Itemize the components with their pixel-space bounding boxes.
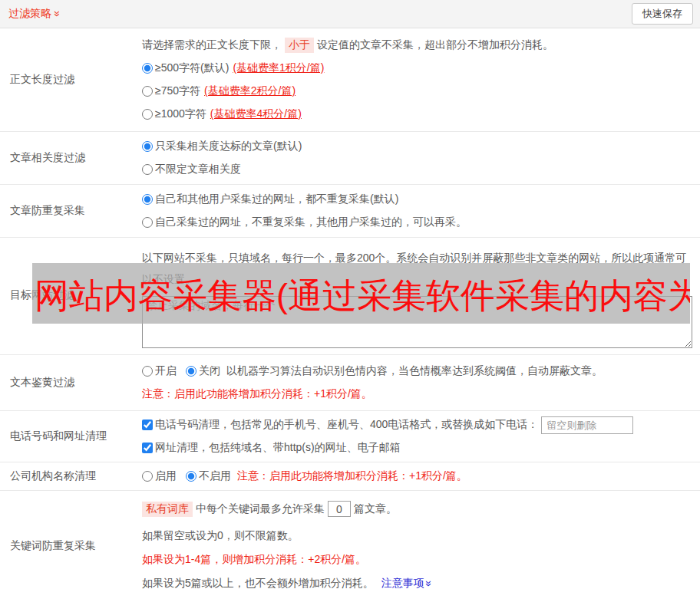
porn-filter-warning: 注意：启用此功能将增加积分消耗：+1积分/篇。: [142, 383, 692, 406]
radio-option-company-on[interactable]: 启用: [142, 469, 177, 483]
radio-option-porn-on[interactable]: 开启: [142, 364, 177, 378]
radio-option-company-off[interactable]: 不启用: [186, 469, 231, 483]
radio-company-off[interactable]: [186, 471, 196, 482]
row-dedupe-collection: 文章防重复采集 自己和其他用户采集过的网址，都不重复采集(默认) 自己采集过的网…: [0, 185, 700, 238]
radio-label-relevance-any: 不限定文章相关度: [155, 163, 241, 176]
phone-replace-input[interactable]: [541, 416, 633, 434]
radio-label-1000: ≥1000字符: [155, 107, 206, 121]
checkbox-option-url-clean[interactable]: 网址清理，包括纯域名、带http(s)的网址、电子邮箱: [142, 441, 401, 455]
company-clean-warning: 注意：启用此功能将增加积分消耗：+1积分/篇。: [237, 469, 467, 483]
page-title[interactable]: 过滤策略 »: [8, 7, 61, 21]
length-option-1000: ≥1000字符 (基础费率4积分/篇): [142, 103, 692, 126]
length-intro-pre: 请选择需求的正文长度下限，: [142, 38, 282, 52]
length-intro-post: 设定值的文章不采集，超出部分不增加积分消耗。: [317, 38, 553, 52]
radio-dedupe-all[interactable]: [142, 194, 153, 205]
phone-clean-label: 电话号码清理，包括常见的手机号、座机号、400电话格式，或替换成如下电话：: [155, 418, 538, 432]
row-keyword-dedupe: 关键词防重复采集 私有词库 中每个关键词最多允许采集 篇文章。 如果留空或设为0…: [0, 491, 700, 589]
porn-filter-desc: 以机器学习算法自动识别色情内容，当色情概率达到系统阈值，自动屏蔽文章。: [226, 364, 603, 378]
radio-label-company-off: 不启用: [199, 469, 231, 483]
radio-label-company-on: 启用: [155, 469, 177, 483]
radio-label-dedupe-self: 自己采集过的网址，不重复采集，其他用户采集过的，可以再采。: [155, 216, 467, 229]
keyword-note-fee: 如果设为1-4篇，则增加积分消耗：+2积分/篇。: [142, 548, 692, 571]
row-content-dedupe-collection: 自己和其他用户采集过的网址，都不重复采集(默认) 自己采集过的网址，不重复采集，…: [142, 188, 700, 234]
length-option-500: ≥500字符(默认) (基础费率1积分/篇): [142, 57, 692, 80]
row-company-clean: 公司机构名称清理 启用 不启用 注意：启用此功能将增加积分消耗：+1积分/篇。: [0, 462, 700, 491]
row-label-length-filter: 正文长度过滤: [0, 34, 142, 126]
radio-dedupe-self[interactable]: [142, 217, 153, 228]
row-content-length-filter: 请选择需求的正文长度下限， 小于 设定值的文章不采集，超出部分不增加积分消耗。 …: [142, 34, 700, 126]
notes-link[interactable]: 注意事项 »: [381, 577, 432, 589]
length-intro: 请选择需求的正文长度下限， 小于 设定值的文章不采集，超出部分不增加积分消耗。: [142, 34, 692, 57]
row-phone-url-clean: 电话号码和网址清理 电话号码清理，包括常见的手机号、座机号、400电话格式，或替…: [0, 411, 700, 462]
notes-link-label: 注意事项: [381, 577, 424, 589]
keyword-line1-post: 篇文章。: [354, 502, 397, 516]
row-label-relevance-filter: 文章相关度过滤: [0, 135, 142, 181]
radio-label-relevance-strict: 只采集相关度达标的文章(默认): [155, 140, 302, 153]
header-bar: 过滤策略 » 快速保存: [0, 0, 700, 28]
radio-porn-on[interactable]: [142, 366, 153, 377]
fee-note-1000: (基础费率4积分/篇): [210, 107, 302, 121]
phone-clean-checkbox[interactable]: [142, 420, 153, 430]
radio-option-1000[interactable]: ≥1000字符: [142, 107, 206, 121]
filter-settings-page: 过滤策略 » 快速保存 正文长度过滤 请选择需求的正文长度下限， 小于 设定值的…: [0, 0, 700, 589]
radio-company-on[interactable]: [142, 471, 153, 482]
url-clean-checkbox[interactable]: [142, 443, 153, 453]
quick-save-button[interactable]: 快速保存: [632, 3, 693, 25]
row-label-phone-url-clean: 电话号码和网址清理: [0, 413, 142, 459]
row-content-relevance-filter: 只采集相关度达标的文章(默认) 不限定文章相关度: [142, 135, 700, 181]
row-content-phone-url-clean: 电话号码清理，包括常见的手机号、座机号、400电话格式，或替换成如下电话： 网址…: [142, 413, 700, 459]
length-option-750: ≥750字符 (基础费率2积分/篇): [142, 80, 692, 103]
row-content-company-clean: 启用 不启用 注意：启用此功能将增加积分消耗：+1积分/篇。: [142, 465, 700, 488]
radio-option-dedupe-self[interactable]: 自己采集过的网址，不重复采集，其他用户采集过的，可以再采。: [142, 216, 467, 229]
checkbox-option-phone-clean[interactable]: 电话号码清理，包括常见的手机号、座机号、400电话格式，或替换成如下电话：: [142, 418, 538, 432]
radio-option-dedupe-all[interactable]: 自己和其他用户采集过的网址，都不重复采集(默认): [142, 192, 398, 206]
radio-length-500[interactable]: [142, 63, 153, 74]
row-porn-filter: 文本鉴黄过滤 开启 关闭 以机器学习算法自动识别色情内容，当色情概率达到系统阈值…: [0, 355, 700, 411]
radio-option-porn-off[interactable]: 关闭: [186, 364, 220, 378]
keyword-note-five: 如果设为5篇或以上，也不会额外增加积分消耗。: [142, 577, 374, 589]
row-content-porn-filter: 开启 关闭 以机器学习算法自动识别色情内容，当色情概率达到系统阈值，自动屏蔽文章…: [142, 360, 700, 406]
radio-length-750[interactable]: [142, 86, 153, 97]
fee-note-750: (基础费率2积分/篇): [204, 84, 296, 98]
radio-relevance-strict[interactable]: [142, 141, 153, 152]
url-clean-label: 网址清理，包括纯域名、带http(s)的网址、电子邮箱: [155, 441, 401, 455]
blocked-sites-textarea[interactable]: [142, 296, 692, 348]
radio-label-porn-on: 开启: [155, 364, 177, 378]
radio-length-1000[interactable]: [142, 109, 153, 120]
row-relevance-filter: 文章相关度过滤 只采集相关度达标的文章(默认) 不限定文章相关度: [0, 132, 700, 185]
radio-porn-off[interactable]: [186, 366, 196, 377]
less-than-badge: 小于: [285, 38, 314, 53]
row-label-target-site-filter: 目标网站过滤: [0, 242, 142, 348]
page-title-label: 过滤策略: [8, 7, 51, 21]
row-label-keyword-dedupe: 关键词防重复采集: [0, 497, 142, 589]
radio-label-porn-off: 关闭: [199, 364, 220, 378]
row-content-target-site-filter: 以下网站不采集，只填域名，每行一个，最多200个。系统会自动识别并屏蔽那些非文章…: [142, 242, 700, 348]
radio-label-dedupe-all: 自己和其他用户采集过的网址，都不重复采集(默认): [155, 192, 398, 206]
keyword-count-input[interactable]: [328, 501, 351, 517]
row-length-filter: 正文长度过滤 请选择需求的正文长度下限， 小于 设定值的文章不采集，超出部分不增…: [0, 28, 700, 132]
row-label-dedupe-collection: 文章防重复采集: [0, 188, 142, 234]
radio-option-750[interactable]: ≥750字符: [142, 84, 200, 98]
fee-note-500: (基础费率1积分/篇): [233, 61, 324, 75]
radio-option-500[interactable]: ≥500字符(默认): [142, 61, 229, 75]
radio-label-500: ≥500字符(默认): [155, 61, 229, 75]
row-content-keyword-dedupe: 私有词库 中每个关键词最多允许采集 篇文章。 如果留空或设为0，则不限篇数。 如…: [142, 497, 700, 589]
private-thesaurus-badge[interactable]: 私有词库: [142, 502, 193, 517]
row-target-site-filter: 目标网站过滤 以下网站不采集，只填域名，每行一个，最多200个。系统会自动识别并…: [0, 238, 700, 355]
target-site-note: 以下网站不采集，只填域名，每行一个，最多200个。系统会自动识别并屏蔽那些非文章…: [142, 247, 692, 290]
radio-option-relevance-strict[interactable]: 只采集相关度达标的文章(默认): [142, 140, 302, 153]
keyword-note-zero: 如果留空或设为0，则不限篇数。: [142, 524, 692, 548]
radio-option-relevance-any[interactable]: 不限定文章相关度: [142, 163, 241, 176]
row-label-company-clean: 公司机构名称清理: [0, 465, 142, 488]
link-chevron-down-icon: »: [424, 581, 434, 587]
radio-label-750: ≥750字符: [155, 84, 200, 98]
keyword-line1-mid: 中每个关键词最多允许采集: [196, 502, 325, 516]
radio-relevance-any[interactable]: [142, 164, 153, 175]
row-label-porn-filter: 文本鉴黄过滤: [0, 360, 142, 406]
chevron-down-icon[interactable]: »: [52, 11, 63, 17]
